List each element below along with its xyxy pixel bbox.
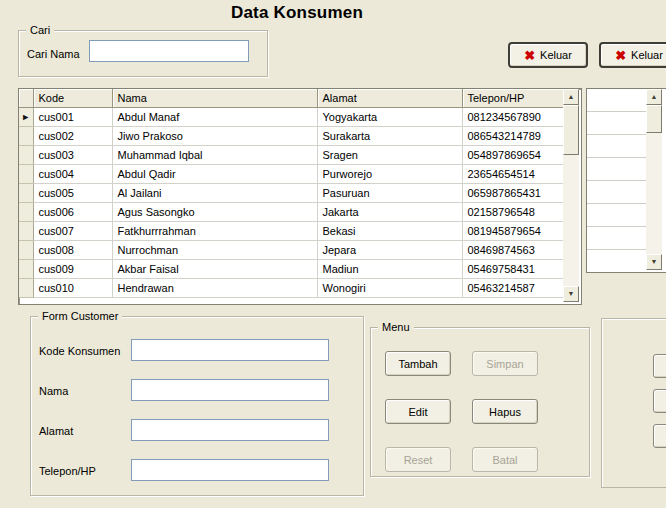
table-row[interactable]: cus009 Akbar Faisal Madiun 05469758431	[19, 260, 563, 279]
cell-telepon[interactable]: 086543214789	[462, 127, 563, 146]
column-header-telepon: Telepon/HP	[462, 89, 563, 108]
close-x-icon: ✖	[615, 49, 626, 62]
cell-nama[interactable]: Fatkhurrrahman	[112, 222, 317, 241]
cell-kode[interactable]: cus003	[33, 146, 112, 165]
cell-alamat[interactable]: Wonogiri	[317, 279, 462, 298]
background-grid-vertical-scrollbar[interactable]: ▲ ▼	[646, 89, 662, 270]
table-row[interactable]: cus006 Agus Sasongko Jakarta 02158796548	[19, 203, 563, 222]
tambah-button[interactable]: Tambah	[385, 351, 451, 376]
cell-nama[interactable]: Nurrochman	[112, 241, 317, 260]
cell-alamat[interactable]: Surakarta	[317, 127, 462, 146]
cell-alamat[interactable]: Sragen	[317, 146, 462, 165]
background-window-button-fragment[interactable]	[653, 354, 666, 378]
scroll-up-icon: ▲	[568, 93, 575, 100]
page-title: Data Konsumen	[0, 3, 594, 23]
cell-kode[interactable]: cus005	[33, 184, 112, 203]
cell-kode[interactable]: cus004	[33, 165, 112, 184]
cell-nama[interactable]: Muhammad Iqbal	[112, 146, 317, 165]
cell-kode[interactable]: cus002	[33, 127, 112, 146]
cell-telepon[interactable]: 054897869654	[462, 146, 563, 165]
table-row[interactable]: cus010 Hendrawan Wonogiri 05463214587	[19, 279, 563, 298]
cell-kode[interactable]: cus010	[33, 279, 112, 298]
reset-button: Reset	[385, 447, 451, 472]
alamat-input[interactable]	[131, 419, 329, 441]
table-row[interactable]: cus003 Muhammad Iqbal Sragen 05489786965…	[19, 146, 563, 165]
cell-nama[interactable]: Hendrawan	[112, 279, 317, 298]
grid-vertical-scrollbar[interactable]: ▲ ▼	[563, 89, 579, 302]
table-row[interactable]: cus004 Abdul Qadir Purworejo 23654654514	[19, 165, 563, 184]
telepon-hp-input[interactable]	[131, 459, 329, 481]
row-selector[interactable]	[19, 279, 33, 298]
cell-kode[interactable]: cus001	[33, 108, 112, 127]
cell-telepon[interactable]: 05469758431	[462, 260, 563, 279]
cell-nama[interactable]: Al Jailani	[112, 184, 317, 203]
scroll-down-icon: ▼	[651, 258, 658, 265]
cell-telepon[interactable]: 08469874563	[462, 241, 563, 260]
scroll-down-button[interactable]: ▼	[646, 254, 662, 270]
table-row[interactable]: cus002 Jiwo Prakoso Surakarta 0865432147…	[19, 127, 563, 146]
table-row[interactable]: cus005 Al Jailani Pasuruan 065987865431	[19, 184, 563, 203]
edit-button[interactable]: Edit	[385, 399, 451, 424]
background-exit-button[interactable]: ✖ Keluar	[599, 42, 666, 68]
cell-telepon[interactable]: 05463214587	[462, 279, 563, 298]
scroll-down-button[interactable]: ▼	[563, 286, 579, 302]
table-row[interactable]: ► cus001 Abdul Manaf Yogyakarta 08123456…	[19, 108, 563, 127]
cell-alamat[interactable]: Purworejo	[317, 165, 462, 184]
cell-nama[interactable]: Akbar Faisal	[112, 260, 317, 279]
cell-alamat[interactable]: Jepara	[317, 241, 462, 260]
telepon-hp-label: Telepon/HP	[39, 464, 96, 478]
row-selector[interactable]	[19, 222, 33, 241]
row-selector[interactable]	[19, 184, 33, 203]
row-selector[interactable]: ►	[19, 108, 33, 127]
row-selector[interactable]	[19, 203, 33, 222]
cell-alamat[interactable]: Madiun	[317, 260, 462, 279]
table-row[interactable]: cus008 Nurrochman Jepara 08469874563	[19, 241, 563, 260]
cell-alamat[interactable]: Yogyakarta	[317, 108, 462, 127]
row-selector[interactable]	[19, 127, 33, 146]
batal-button: Batal	[472, 447, 538, 472]
cell-alamat[interactable]: Jakarta	[317, 203, 462, 222]
background-grid-rows	[587, 89, 646, 270]
row-selector[interactable]	[19, 260, 33, 279]
cell-kode[interactable]: cus008	[33, 241, 112, 260]
row-selector[interactable]	[19, 241, 33, 260]
cell-kode[interactable]: cus006	[33, 203, 112, 222]
scroll-up-button[interactable]: ▲	[646, 89, 662, 105]
scroll-up-button[interactable]: ▲	[563, 89, 579, 105]
scroll-thumb[interactable]	[646, 105, 662, 133]
cell-alamat[interactable]: Pasuruan	[317, 184, 462, 203]
kode-konsumen-label: Kode Konsumen	[39, 344, 120, 358]
kode-konsumen-input[interactable]	[131, 339, 329, 361]
table-header-row: Kode Nama Alamat Telepon/HP	[19, 89, 563, 108]
background-window-button-fragment[interactable]	[653, 389, 666, 413]
cell-nama[interactable]: Abdul Manaf	[112, 108, 317, 127]
cell-telepon[interactable]: 23654654514	[462, 165, 563, 184]
cell-nama[interactable]: Agus Sasongko	[112, 203, 317, 222]
cell-alamat[interactable]: Bekasi	[317, 222, 462, 241]
cell-telepon[interactable]: 081234567890	[462, 108, 563, 127]
background-window-button-fragment[interactable]	[653, 424, 666, 448]
row-selector[interactable]	[19, 146, 33, 165]
nama-input[interactable]	[131, 379, 329, 401]
customer-table: Kode Nama Alamat Telepon/HP ► cus001 Abd…	[18, 88, 582, 305]
menu-groupbox: Menu Tambah Simpan Edit Hapus Reset Bata…	[370, 327, 590, 477]
cell-nama[interactable]: Jiwo Prakoso	[112, 127, 317, 146]
cell-telepon[interactable]: 065987865431	[462, 184, 563, 203]
cell-kode[interactable]: cus009	[33, 260, 112, 279]
scroll-down-icon: ▼	[568, 290, 575, 297]
cell-kode[interactable]: cus007	[33, 222, 112, 241]
cell-telepon[interactable]: 02158796548	[462, 203, 563, 222]
table-row[interactable]: cus007 Fatkhurrrahman Bekasi 08194587965…	[19, 222, 563, 241]
scroll-thumb[interactable]	[563, 105, 579, 155]
cell-nama[interactable]: Abdul Qadir	[112, 165, 317, 184]
search-name-input[interactable]	[89, 40, 249, 62]
scroll-up-icon: ▲	[651, 93, 658, 100]
column-header-kode: Kode	[33, 89, 112, 108]
cell-telepon[interactable]: 081945879654	[462, 222, 563, 241]
current-row-arrow-icon: ►	[21, 112, 30, 122]
row-selector[interactable]	[19, 165, 33, 184]
hapus-button[interactable]: Hapus	[472, 399, 538, 424]
exit-button-label: Keluar	[540, 49, 572, 61]
search-groupbox: Cari Cari Nama	[18, 30, 268, 77]
exit-button[interactable]: ✖ Keluar	[508, 42, 588, 68]
